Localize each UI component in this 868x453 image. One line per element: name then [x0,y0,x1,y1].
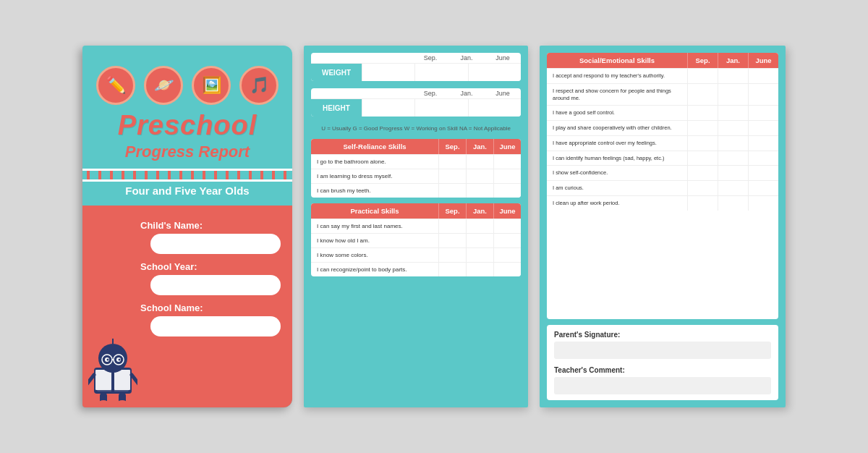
height-cell-jan[interactable] [414,99,467,117]
self-reliance-cell-1-sep[interactable] [438,169,466,183]
self-reliance-cell-1-jan[interactable] [466,169,493,183]
svg-rect-3 [114,370,130,390]
practical-cell-0-jun[interactable] [493,219,521,233]
svg-point-17 [98,400,109,406]
height-cell-sep[interactable] [362,99,414,117]
social-cell-6-sep[interactable] [687,166,718,180]
social-row-7: I am curious. [547,180,778,195]
picture-icon: 🖼️ [192,66,231,105]
social-label-1: I respect and show concern for people an… [547,84,687,106]
weight-cell-sep[interactable] [362,64,414,81]
self-reliance-col-jan: Jan. [466,139,493,154]
social-cell-6-jun[interactable] [748,166,778,180]
practical-row-1: I know how old I am. [311,233,521,247]
svg-point-18 [117,400,127,406]
social-cell-2-sep[interactable] [687,106,718,120]
social-label-2: I have a good self control. [547,106,687,120]
social-cell-4-jun[interactable] [748,136,778,151]
practical-label-0: I can say my first and last names. [311,219,438,233]
social-cell-2-jun[interactable] [748,106,778,120]
height-col-jan: Jan. [448,88,485,98]
practical-cell-3-jun[interactable] [493,263,521,276]
social-cell-3-jan[interactable] [718,121,748,135]
practical-cell-1-sep[interactable] [438,234,466,247]
practical-cell-0-sep[interactable] [438,219,466,233]
height-cell-jun[interactable] [468,99,521,117]
practical-skills-table: Practical Skills Sep. Jan. June I can sa… [311,203,521,276]
practical-cell-2-sep[interactable] [438,248,466,262]
social-cell-1-sep[interactable] [687,84,718,106]
social-cell-8-jun[interactable] [748,196,778,211]
practical-cell-1-jun[interactable] [493,234,521,247]
cover-age-label: Four and Five Year Olds [125,185,249,197]
svg-point-11 [107,359,109,361]
practical-label-1: I know how old I am. [311,234,438,247]
practical-row-3: I can recognize/point to body parts. [311,262,521,276]
social-label-8: I clean up after work period. [547,196,687,211]
social-cell-0-sep[interactable] [687,69,718,83]
teacher-comment-line[interactable] [554,377,771,394]
social-cell-3-jun[interactable] [748,121,778,135]
self-reliance-cell-0-jan[interactable] [466,155,493,169]
self-reliance-row-2: I can brush my teeth. [311,183,521,198]
practical-col-jun: June [493,203,521,219]
social-cell-3-sep[interactable] [687,121,718,135]
weight-label: WEIGHT [311,64,362,81]
social-cell-4-jan[interactable] [718,136,748,151]
social-cell-5-jun[interactable] [748,151,778,166]
social-cell-5-jan[interactable] [718,151,748,166]
social-cell-7-jan[interactable] [718,181,748,195]
parent-sig-line[interactable] [554,342,771,359]
svg-point-12 [119,359,121,361]
social-cell-5-sep[interactable] [687,151,718,166]
weight-cell-jun[interactable] [468,64,521,81]
school-name-label: School Name: [140,302,203,313]
self-reliance-col-sep: Sep. [438,139,466,154]
svg-point-14 [111,334,115,339]
school-year-input[interactable] [150,275,281,295]
self-reliance-cell-2-jan[interactable] [466,184,493,198]
social-cell-7-jun[interactable] [748,181,778,195]
height-label: HEIGHT [311,99,362,117]
social-cell-0-jan[interactable] [718,69,748,83]
social-cell-2-jan[interactable] [718,106,748,120]
social-label-4: I have appropriate control over my feeli… [547,136,687,151]
social-cell-8-jan[interactable] [718,196,748,211]
social-row-6: I show self-confidence. [547,165,778,180]
practical-cell-2-jan[interactable] [466,248,493,262]
svg-line-19 [88,375,94,384]
social-cell-6-jan[interactable] [718,166,748,180]
practical-col-sep: Sep. [438,203,466,219]
practical-label-2: I know some colors. [311,248,438,262]
social-row-8: I clean up after work period. [547,195,778,211]
practical-cell-3-jan[interactable] [466,263,493,276]
social-cell-1-jan[interactable] [718,84,748,106]
social-cell-4-sep[interactable] [687,136,718,151]
practical-cell-2-jun[interactable] [493,248,521,262]
practical-label-3: I can recognize/point to body parts. [311,263,438,276]
self-reliance-cell-1-jun[interactable] [493,169,521,183]
weight-col-sep: Sep. [412,53,448,63]
social-cell-0-jun[interactable] [748,69,778,83]
social-row-1: I respect and show concern for people an… [547,83,778,106]
height-col-sep: Sep. [412,88,448,98]
self-reliance-cell-0-sep[interactable] [438,155,466,169]
self-reliance-row-1: I am learning to dress myself. [311,169,521,183]
svg-line-20 [132,375,137,384]
practical-cell-0-jan[interactable] [466,219,493,233]
music-icon: 🎵 [239,66,278,105]
self-reliance-cell-2-jun[interactable] [493,184,521,198]
self-reliance-cell-0-jun[interactable] [493,155,521,169]
child-name-input[interactable] [150,234,281,254]
mascot [88,321,139,407]
svg-rect-2 [95,370,111,390]
social-cell-7-sep[interactable] [687,181,718,195]
weight-cell-jan[interactable] [414,64,467,81]
cover-title: Preschool [111,111,265,141]
social-cell-8-sep[interactable] [687,196,718,211]
school-name-input[interactable] [150,316,281,336]
practical-cell-1-jan[interactable] [466,234,493,247]
social-cell-1-jun[interactable] [748,84,778,106]
self-reliance-cell-2-sep[interactable] [438,184,466,198]
practical-cell-3-sep[interactable] [438,263,466,276]
